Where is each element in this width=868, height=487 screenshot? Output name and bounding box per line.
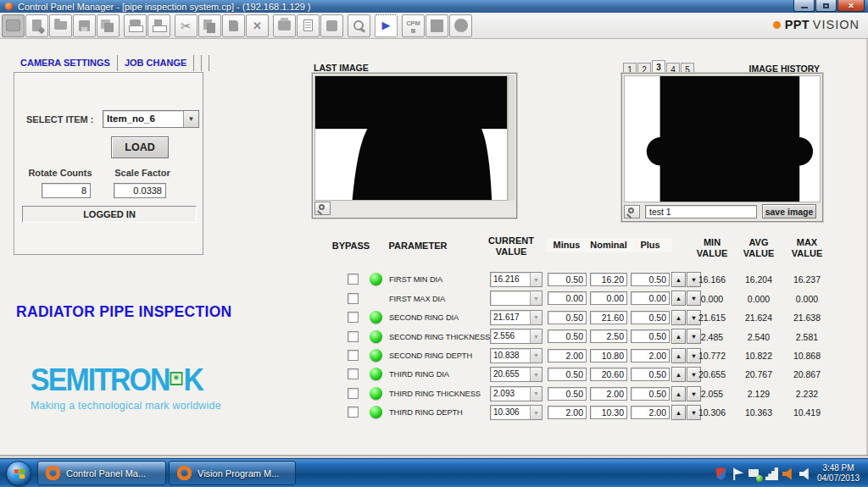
spin-up-button[interactable]: ▲ bbox=[671, 405, 686, 420]
parameter-label: FIRST MAX DIA bbox=[389, 295, 445, 303]
login-status: LOGGED IN bbox=[22, 206, 197, 223]
max-value: 20.867 bbox=[785, 369, 829, 379]
nominal-input[interactable] bbox=[590, 273, 627, 286]
zoom-tool-button[interactable] bbox=[348, 14, 370, 37]
save-all-button[interactable] bbox=[97, 14, 120, 37]
save-file-button[interactable] bbox=[73, 14, 96, 37]
nominal-input[interactable] bbox=[590, 311, 627, 324]
plus-tolerance-input[interactable] bbox=[631, 406, 670, 419]
signal-strength-icon[interactable] bbox=[765, 468, 778, 480]
volume-icon[interactable] bbox=[799, 468, 812, 480]
nominal-input[interactable] bbox=[590, 291, 627, 305]
nominal-input[interactable] bbox=[590, 329, 627, 343]
spin-up-button[interactable]: ▲ bbox=[671, 348, 686, 363]
taskbar-clock[interactable]: 3:48 PM 04/07/2013 bbox=[812, 463, 865, 484]
minus-tolerance-input[interactable] bbox=[548, 349, 587, 362]
minus-tolerance-input[interactable] bbox=[548, 406, 587, 419]
zoom-image-button[interactable] bbox=[314, 202, 331, 215]
bypass-checkbox[interactable] bbox=[348, 293, 359, 304]
restore-button[interactable] bbox=[815, 0, 837, 12]
min-value: 10.306 bbox=[690, 407, 734, 418]
current-value-combo[interactable]: 10.306▼ bbox=[490, 405, 542, 420]
bypass-checkbox[interactable] bbox=[348, 312, 359, 323]
new-file-button[interactable] bbox=[25, 14, 48, 37]
bypass-checkbox[interactable] bbox=[348, 407, 359, 418]
minimize-button[interactable] bbox=[793, 0, 815, 12]
open-file-button[interactable] bbox=[49, 14, 72, 37]
current-value-combo[interactable]: ▼ bbox=[490, 291, 542, 306]
save-image-button[interactable] bbox=[147, 14, 170, 37]
record-button[interactable] bbox=[449, 14, 472, 37]
print-button[interactable] bbox=[273, 14, 296, 37]
plus-tolerance-input[interactable] bbox=[631, 387, 670, 401]
chevron-down-icon[interactable]: ▼ bbox=[183, 111, 198, 127]
plus-tolerance-input[interactable] bbox=[631, 349, 670, 362]
plus-tolerance-input[interactable] bbox=[631, 311, 670, 324]
save-image-button[interactable]: save image bbox=[762, 204, 816, 219]
close-button[interactable]: ✕ bbox=[837, 0, 865, 12]
start-button[interactable] bbox=[6, 461, 31, 486]
history-zoom-button[interactable] bbox=[624, 205, 640, 219]
minus-tolerance-input[interactable] bbox=[548, 273, 587, 286]
plus-tolerance-input[interactable] bbox=[631, 329, 670, 343]
acquire-image-button[interactable] bbox=[124, 14, 147, 37]
current-value-combo[interactable]: 20.655▼ bbox=[490, 367, 542, 382]
tray-app-icon[interactable] bbox=[715, 468, 727, 480]
rotate-counts-input[interactable] bbox=[42, 183, 91, 198]
nominal-input[interactable] bbox=[590, 406, 627, 419]
select-item-combo[interactable]: Item_no_6 ▼ bbox=[103, 110, 199, 128]
load-button[interactable]: LOAD bbox=[111, 136, 169, 158]
plus-tolerance-input[interactable] bbox=[631, 291, 670, 305]
vertical-scrollbar[interactable] bbox=[508, 75, 515, 201]
taskbar-item-control-panel-manager[interactable]: Control Panel Ma... bbox=[37, 461, 166, 485]
nominal-input[interactable] bbox=[590, 387, 627, 401]
volume-mixer-icon[interactable] bbox=[782, 468, 795, 480]
minus-tolerance-input[interactable] bbox=[548, 329, 587, 343]
current-value-combo[interactable]: 10.838▼ bbox=[490, 348, 542, 363]
copy-button[interactable] bbox=[198, 14, 221, 37]
minus-tolerance-input[interactable] bbox=[548, 291, 587, 305]
image-name-input[interactable] bbox=[645, 205, 757, 219]
taskbar-item-vision-program-manager[interactable]: Vision Program M... bbox=[169, 461, 296, 485]
chevron-down-icon: ▼ bbox=[530, 311, 542, 324]
scale-factor-input[interactable] bbox=[114, 183, 166, 198]
current-value-combo[interactable]: 2.093▼ bbox=[490, 386, 542, 401]
minus-tolerance-input[interactable] bbox=[548, 387, 587, 401]
cpm-icon: CPM bbox=[406, 19, 420, 33]
pointer-tool-button[interactable] bbox=[2, 14, 25, 37]
network-status-icon[interactable] bbox=[748, 468, 761, 481]
current-value-combo[interactable]: 16.216▼ bbox=[490, 272, 542, 287]
spin-up-button[interactable]: ▲ bbox=[671, 310, 686, 325]
run-button[interactable]: ▶ bbox=[375, 14, 398, 37]
tab-job-change[interactable]: JOB CHANGE bbox=[118, 55, 194, 71]
cut-button[interactable]: ✂ bbox=[175, 14, 198, 37]
properties-button[interactable] bbox=[320, 14, 343, 37]
bypass-checkbox[interactable] bbox=[348, 350, 359, 361]
bypass-checkbox[interactable] bbox=[348, 331, 359, 342]
bypass-checkbox[interactable] bbox=[348, 368, 359, 379]
print-preview-button[interactable] bbox=[297, 14, 320, 37]
stop-button[interactable] bbox=[426, 14, 448, 37]
nominal-input[interactable] bbox=[590, 368, 627, 381]
minus-tolerance-input[interactable] bbox=[548, 368, 587, 381]
spin-up-button[interactable]: ▲ bbox=[671, 329, 686, 344]
bypass-checkbox[interactable] bbox=[348, 274, 359, 285]
bypass-checkbox[interactable] bbox=[348, 388, 359, 399]
header-nominal: Nominal bbox=[587, 240, 631, 251]
current-value-combo[interactable]: 2.556▼ bbox=[490, 329, 542, 344]
action-center-icon[interactable] bbox=[732, 468, 744, 480]
plus-tolerance-input[interactable] bbox=[631, 273, 670, 286]
header-plus: Plus bbox=[631, 240, 670, 251]
cpm-button[interactable]: CPM bbox=[402, 14, 425, 37]
spin-up-button[interactable]: ▲ bbox=[671, 291, 686, 306]
nominal-input[interactable] bbox=[590, 349, 627, 362]
spin-up-button[interactable]: ▲ bbox=[671, 367, 686, 382]
paste-button[interactable] bbox=[222, 14, 245, 37]
spin-up-button[interactable]: ▲ bbox=[671, 386, 686, 401]
current-value-combo[interactable]: 21.617▼ bbox=[490, 310, 542, 325]
minus-tolerance-input[interactable] bbox=[548, 311, 587, 324]
plus-tolerance-input[interactable] bbox=[631, 368, 670, 381]
delete-button[interactable]: ✕ bbox=[246, 14, 269, 37]
tab-camera-settings[interactable]: CAMERA SETTINGS bbox=[14, 55, 118, 71]
spin-up-button[interactable]: ▲ bbox=[671, 272, 686, 287]
